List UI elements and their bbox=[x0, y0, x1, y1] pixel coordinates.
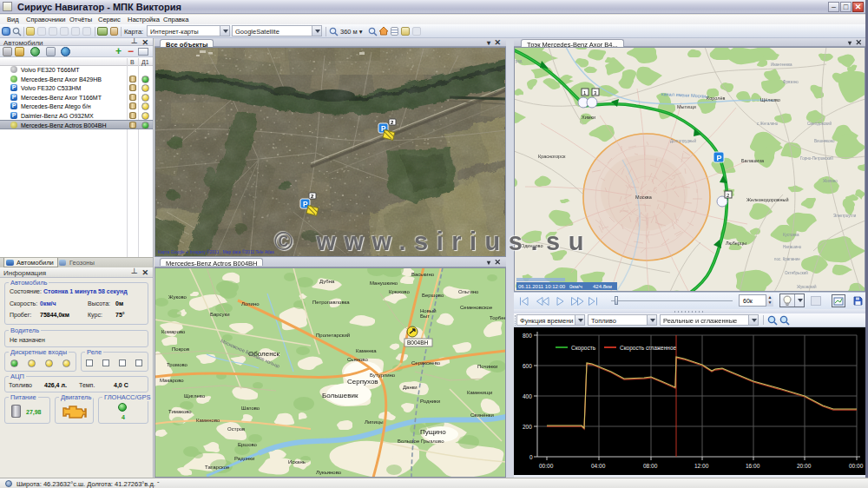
svg-text:Лукьяново: Лукьяново bbox=[316, 470, 342, 475]
svg-text:Комарово: Комарово bbox=[161, 329, 186, 334]
svg-text:Бершово: Бершово bbox=[422, 293, 444, 298]
svg-text:Щиглево: Щиглево bbox=[184, 393, 206, 399]
svg-text:Сераксеево: Сераксеево bbox=[411, 360, 441, 366]
svg-text:Лопино: Лопино bbox=[241, 301, 260, 307]
svg-text:Октябрьский: Октябрьский bbox=[785, 270, 808, 275]
svg-text:600: 600 bbox=[523, 363, 532, 369]
svg-text:Балашиха: Балашиха bbox=[741, 158, 765, 163]
svg-text:08:00: 08:00 bbox=[643, 463, 658, 469]
svg-text:Остров: Остров bbox=[227, 426, 245, 432]
svg-text:Скорость сглаженное: Скорость сглаженное bbox=[620, 345, 677, 352]
svg-text:Смелдовский: Смелдовский bbox=[807, 121, 832, 126]
svg-text:Кустовка: Кустовка bbox=[783, 233, 799, 237]
svg-text:Торбеево: Торбеево bbox=[490, 315, 506, 320]
svg-text:Королёв: Королёв bbox=[707, 96, 726, 101]
svg-text:Ивантеевка: Ивантеевка bbox=[771, 63, 792, 67]
svg-text:Васькино: Васькино bbox=[411, 272, 435, 277]
svg-text:пос. Крапание: пос. Крапание bbox=[774, 257, 800, 261]
svg-text:Серпухов: Серпухов bbox=[347, 378, 378, 386]
svg-text:Петропавловка: Петропавловка bbox=[312, 300, 350, 305]
svg-text:Москва: Москва bbox=[635, 195, 653, 200]
svg-text:Пролетарский: Пролетарский bbox=[316, 333, 350, 338]
svg-text:Макарово: Макарово bbox=[160, 378, 184, 383]
svg-text:Большевик: Большевик bbox=[322, 392, 358, 399]
svg-text:06.11.2011 10:12:00: 06.11.2011 10:12:00 bbox=[518, 284, 566, 289]
svg-text:Фрязино: Фрязино bbox=[783, 80, 799, 84]
svg-text:град: град bbox=[514, 59, 523, 63]
svg-text:00:00: 00:00 bbox=[539, 463, 554, 469]
svg-text:Дубна: Дубна bbox=[319, 279, 335, 284]
svg-text:Покров: Покров bbox=[172, 346, 189, 352]
svg-text:Пущино: Пущино bbox=[420, 428, 446, 436]
svg-text:с.Жегалино: с.Жегалино bbox=[757, 122, 779, 126]
svg-text:Каменово: Каменово bbox=[196, 418, 220, 423]
svg-text:Люберцы: Люберцы bbox=[726, 241, 746, 246]
svg-text:Электроугли: Электроугли bbox=[833, 214, 857, 218]
svg-text:Щёлково: Щёлково bbox=[760, 97, 780, 102]
svg-text:Скорость: Скорость bbox=[571, 345, 596, 352]
svg-text:12:00: 12:00 bbox=[694, 463, 709, 469]
svg-text:Липицы: Липицы bbox=[365, 419, 384, 425]
svg-text:0км/ч: 0км/ч bbox=[569, 284, 582, 289]
svg-text:800: 800 bbox=[523, 333, 532, 339]
svg-text:Свинёнки: Свинёнки bbox=[470, 412, 494, 418]
svg-text:Данки: Данки bbox=[403, 385, 418, 390]
svg-text:P: P bbox=[303, 200, 308, 208]
svg-text:04:00: 04:00 bbox=[591, 463, 606, 469]
svg-text:0: 0 bbox=[529, 454, 533, 460]
svg-text:Шатово: Шатово bbox=[241, 406, 260, 411]
svg-text:Каменка: Каменка bbox=[356, 348, 377, 353]
svg-text:400: 400 bbox=[523, 393, 532, 399]
svg-text:Барсуки: Барсуки bbox=[210, 312, 230, 317]
svg-text:P: P bbox=[717, 154, 722, 162]
svg-text:Жилино: Жилино bbox=[823, 179, 838, 183]
svg-text:Крюково: Крюково bbox=[389, 289, 410, 294]
svg-text:Родники: Родники bbox=[420, 399, 440, 404]
svg-text:Быт: Быт bbox=[420, 313, 430, 319]
svg-text:Наташино: Наташино bbox=[783, 245, 802, 249]
svg-text:Искань: Искань bbox=[288, 459, 306, 465]
svg-text:00:00: 00:00 bbox=[849, 463, 864, 469]
svg-text:Ольгино: Ольгино bbox=[458, 289, 479, 294]
svg-text:Починки: Починки bbox=[477, 364, 497, 369]
svg-text:Радонки: Радонки bbox=[234, 456, 254, 461]
svg-text:Красногорск: Красногорск bbox=[538, 154, 566, 159]
svg-text:424.8км: 424.8км bbox=[593, 284, 612, 289]
svg-text:Жуково: Жуково bbox=[168, 294, 187, 300]
svg-text:Долгопрудный: Долгопрудный bbox=[670, 138, 697, 143]
svg-text:Карта Google + Imagery ©2011 ,: Карта Google + Imagery ©2011 , Map data … bbox=[158, 249, 275, 254]
svg-text:Семеновское: Семеновское bbox=[460, 305, 493, 310]
svg-text:Татарское: Татарское bbox=[205, 465, 230, 470]
svg-text:200: 200 bbox=[523, 424, 532, 430]
svg-text:Каменищи: Каменищи bbox=[467, 390, 492, 395]
svg-text:В004ВН: В004ВН bbox=[407, 340, 429, 346]
svg-text:16:00: 16:00 bbox=[746, 463, 760, 469]
svg-text:Сьяново: Сьяново bbox=[347, 357, 368, 362]
svg-text:Ершово: Ершово bbox=[238, 442, 258, 447]
svg-text:Вишняково: Вишняково bbox=[814, 139, 835, 143]
svg-text:Горно-Петровский: Горно-Петровский bbox=[800, 155, 833, 161]
svg-text:20:00: 20:00 bbox=[797, 463, 812, 469]
svg-text:Железнодорожный: Железнодорожный bbox=[746, 197, 789, 202]
svg-text:Жуковский: Жуковский bbox=[797, 284, 817, 289]
svg-text:Тимаково: Тимаково bbox=[168, 409, 192, 414]
svg-text:Манушкино: Манушкино bbox=[370, 280, 398, 286]
svg-text:Химки: Химки bbox=[582, 115, 595, 120]
svg-text:Тромово: Тромово bbox=[167, 362, 188, 367]
svg-text:Мытищи: Мытищи bbox=[677, 104, 696, 109]
svg-text:Большое Грызлово: Большое Грызлово bbox=[398, 439, 444, 444]
